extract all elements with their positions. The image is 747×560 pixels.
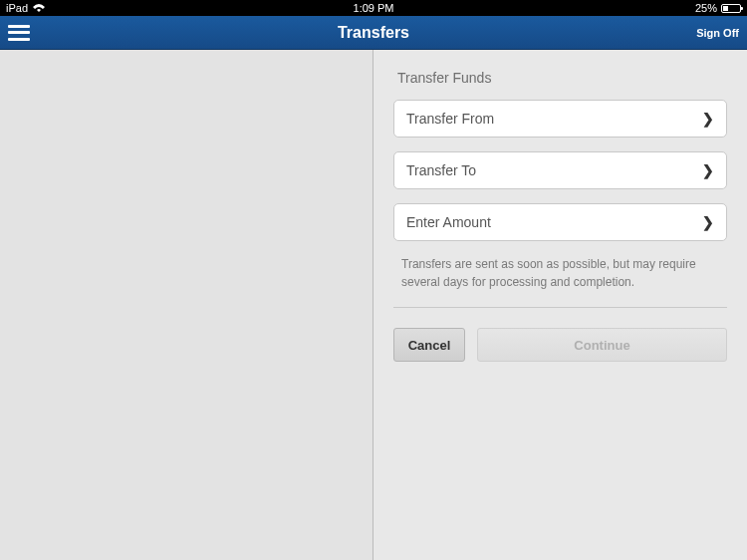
wifi-icon: [32, 3, 46, 13]
section-title: Transfer Funds: [393, 70, 727, 86]
chevron-right-icon: ❯: [702, 214, 714, 230]
transfer-to-row[interactable]: Transfer To ❯: [393, 151, 727, 189]
nav-bar: Transfers Sign Off: [0, 16, 747, 50]
divider: [393, 307, 727, 308]
chevron-right-icon: ❯: [702, 111, 714, 127]
transfer-to-label: Transfer To: [406, 162, 702, 178]
continue-button: Continue: [477, 328, 727, 362]
cancel-button[interactable]: Cancel: [393, 328, 465, 362]
status-time: 1:09 PM: [354, 2, 394, 14]
battery-percent: 25%: [695, 2, 717, 14]
transfer-from-label: Transfer From: [406, 111, 702, 127]
sign-off-button[interactable]: Sign Off: [696, 27, 739, 39]
enter-amount-row[interactable]: Enter Amount ❯: [393, 203, 727, 241]
enter-amount-label: Enter Amount: [406, 214, 702, 230]
left-pane: [0, 50, 374, 560]
button-row: Cancel Continue: [393, 328, 727, 362]
battery-icon: [721, 4, 741, 13]
right-pane: Transfer Funds Transfer From ❯ Transfer …: [374, 50, 747, 560]
menu-icon[interactable]: [8, 25, 30, 41]
status-bar: iPad 1:09 PM 25%: [0, 0, 747, 16]
chevron-right-icon: ❯: [702, 162, 714, 178]
page-title: Transfers: [338, 24, 409, 42]
device-label: iPad: [6, 2, 28, 14]
content-area: Transfer Funds Transfer From ❯ Transfer …: [0, 50, 747, 560]
transfer-from-row[interactable]: Transfer From ❯: [393, 100, 727, 138]
helper-text: Transfers are sent as soon as possible, …: [393, 255, 727, 291]
